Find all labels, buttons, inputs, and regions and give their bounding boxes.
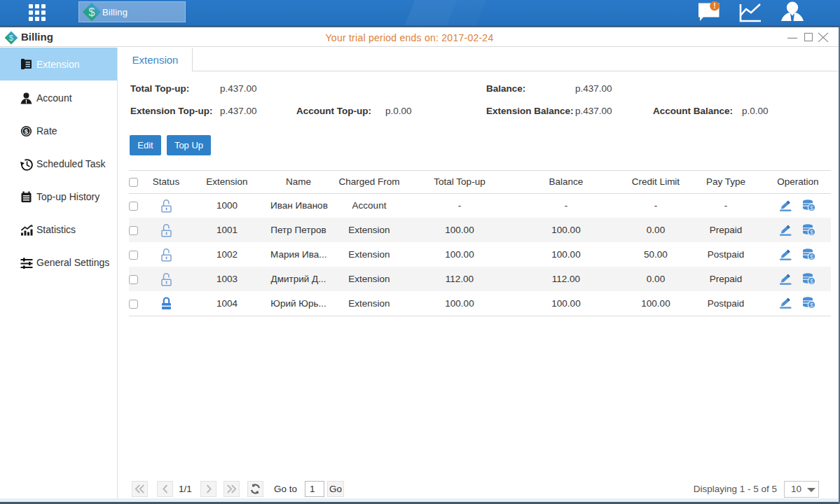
svg-text:$: $ [25, 127, 29, 135]
svg-text:$: $ [810, 278, 813, 285]
svg-text:!: ! [713, 2, 715, 10]
svg-text:$: $ [810, 229, 813, 236]
svg-text:$: $ [810, 253, 813, 260]
svg-text:$: $ [810, 302, 813, 309]
svg-text:$: $ [810, 204, 813, 211]
svg-text:$: $ [89, 6, 95, 18]
